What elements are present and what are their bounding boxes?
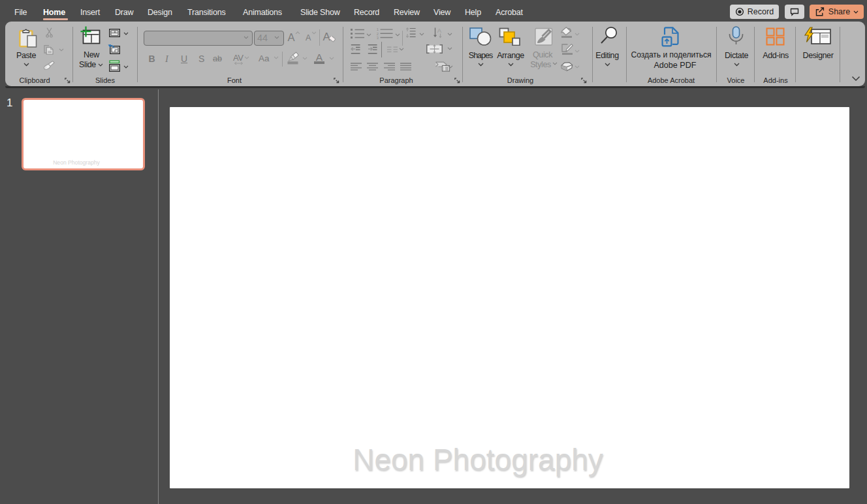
svg-text:1: 1 [377, 27, 379, 31]
svg-text:3: 3 [377, 35, 379, 39]
svg-text:A: A [437, 27, 441, 34]
svg-text:2: 2 [377, 31, 379, 35]
